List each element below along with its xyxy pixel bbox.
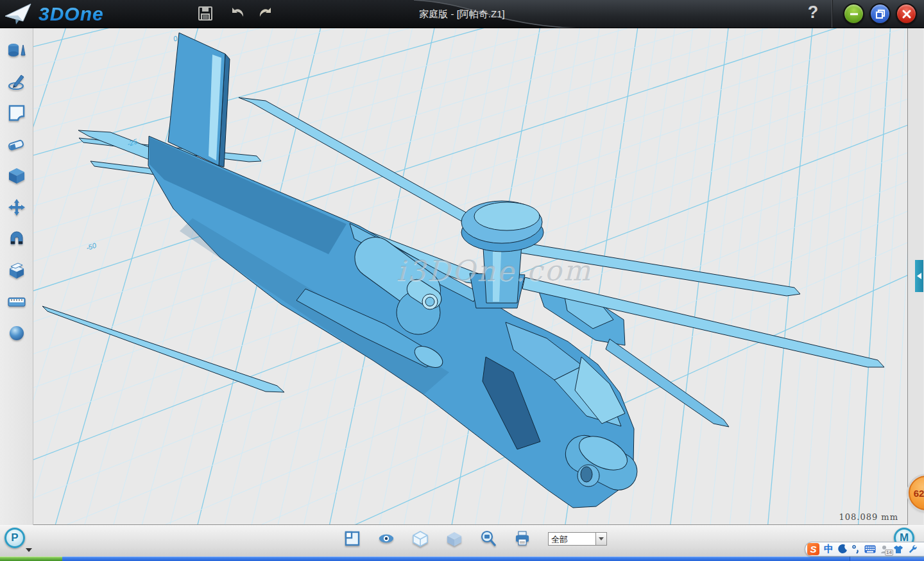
print-icon[interactable] bbox=[514, 530, 531, 547]
left-mode-button[interactable]: P bbox=[4, 528, 25, 548]
notification-count: 62 bbox=[914, 488, 924, 499]
move-transform-icon[interactable] bbox=[6, 197, 28, 218]
measurement-readout: 108.089 mm bbox=[839, 512, 898, 522]
taskbar-start-edge[interactable] bbox=[0, 557, 62, 561]
ime-user-badge: 14 bbox=[885, 549, 893, 556]
paper-plane-logo-icon bbox=[4, 2, 33, 26]
view-plane-icon[interactable] bbox=[344, 530, 361, 547]
ime-keyboard-icon[interactable] bbox=[864, 545, 876, 553]
help-button[interactable]: ? bbox=[803, 3, 823, 24]
left-toolbar bbox=[0, 28, 33, 525]
taskbar-tray-edge bbox=[850, 557, 924, 561]
watermark: i3DOne.com bbox=[397, 254, 592, 287]
measure-icon[interactable] bbox=[6, 291, 28, 312]
brand-name: 3DOne bbox=[38, 3, 104, 25]
ime-language-toggle[interactable]: 中 bbox=[824, 543, 834, 555]
magnet-snap-icon[interactable] bbox=[6, 229, 28, 249]
visibility-eye-icon[interactable] bbox=[378, 530, 395, 547]
ime-user-icon[interactable]: 14 bbox=[880, 545, 889, 554]
ime-language-bar: S 中 14 bbox=[805, 542, 924, 557]
shaded-cube-icon[interactable] bbox=[446, 530, 463, 547]
undo-icon[interactable] bbox=[227, 4, 246, 23]
minimize-button[interactable] bbox=[843, 3, 864, 24]
material-sphere-icon[interactable] bbox=[6, 323, 28, 343]
sogou-logo-icon[interactable]: S bbox=[807, 543, 819, 555]
right-panel-strip bbox=[908, 28, 923, 525]
eraser-icon[interactable] bbox=[6, 134, 28, 155]
primitive-shapes-icon[interactable] bbox=[6, 40, 28, 60]
close-button[interactable] bbox=[896, 3, 917, 24]
ime-skin-tshirt-icon[interactable] bbox=[893, 545, 903, 554]
chevron-left-icon bbox=[917, 273, 921, 279]
ime-punctuation-icon[interactable] bbox=[852, 544, 860, 554]
display-filter-value[interactable]: 全部 bbox=[548, 532, 595, 546]
zoom-camera-icon[interactable] bbox=[480, 530, 497, 547]
display-filter-dropdown[interactable]: 全部 bbox=[548, 532, 607, 546]
ime-settings-wrench-icon[interactable] bbox=[908, 544, 918, 554]
sketch-draw-icon[interactable] bbox=[6, 71, 28, 92]
dropdown-arrow-icon[interactable] bbox=[595, 532, 607, 546]
save-icon[interactable] bbox=[196, 4, 215, 23]
special-feature-box-icon[interactable] bbox=[6, 260, 28, 280]
taskbar-body-edge bbox=[62, 557, 850, 561]
wireframe-cube-icon[interactable] bbox=[412, 530, 429, 547]
panel-expander-button[interactable] bbox=[915, 260, 923, 292]
redo-icon[interactable] bbox=[257, 4, 277, 23]
bottom-toolbar: P 全部 M bbox=[0, 525, 924, 557]
taskbar-edge bbox=[0, 557, 924, 561]
solid-cube-icon[interactable] bbox=[6, 166, 28, 186]
ime-fullhalf-moon-icon[interactable] bbox=[838, 544, 848, 554]
restore-button[interactable] bbox=[869, 3, 891, 24]
sketch-plane-icon[interactable] bbox=[6, 103, 28, 123]
titlebar-separator bbox=[832, 0, 832, 28]
title-bar: 3DOne 家庭版 - [阿帕奇.Z1] ? bbox=[0, 0, 924, 28]
window-title: 家庭版 - [阿帕奇.Z1] bbox=[0, 8, 924, 21]
left-mode-dropdown-caret[interactable] bbox=[26, 548, 32, 552]
viewport-3d[interactable]: 0 -25 -50 i3DOne.com 108.089 mm bbox=[33, 28, 908, 525]
